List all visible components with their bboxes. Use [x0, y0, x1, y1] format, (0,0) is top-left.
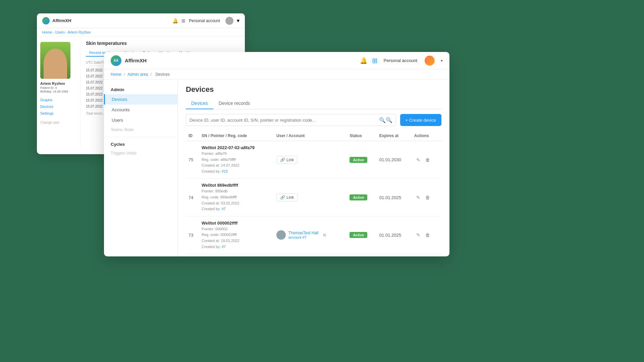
bg-nav-graphs[interactable]: Graphs — [40, 97, 77, 103]
status-badge-73: Active — [350, 232, 367, 238]
device-id-74: 74 — [186, 179, 199, 216]
device-info-75: Welltot 2022-07-02-a8fa79 Pointer: a8fa7… — [199, 141, 274, 179]
navbar-dropdown-icon[interactable]: ▾ — [441, 58, 443, 63]
bg-bell-icon[interactable]: 🔔 — [172, 18, 178, 23]
navbar-actions: 🔔 ⊞ Personal account ▾ — [360, 56, 443, 66]
bg-user-name: Artem Ryzhov — [40, 81, 77, 85]
device-status-75: Active — [347, 141, 376, 179]
sidebar-admin-title: Admin — [104, 85, 177, 94]
status-badge-75: Active — [350, 157, 367, 163]
bg-brand: AffirmXH — [52, 18, 172, 23]
bg-header-actions: 🔔 ⊞ Personal account ▾ — [172, 17, 239, 25]
sidebar-divider — [104, 137, 177, 137]
device-user-72: Artem Ryzhov account #... ✕ — [274, 254, 347, 256]
bg-grid-icon[interactable]: ⊞ — [181, 18, 185, 23]
link-button-75[interactable]: 🔗 Link — [276, 156, 298, 164]
search-box: 🔍 — [186, 114, 396, 126]
sidebar-item-accounts[interactable]: Accounts — [104, 105, 177, 115]
breadcrumb-admin-area[interactable]: Admin area — [127, 72, 148, 77]
table-container: ID SN / Pointer / Reg. code User / Accou… — [178, 131, 449, 256]
table-row: 72 Welltot cycles-test-0001 Pointer: abc… — [186, 254, 441, 256]
device-id-73: 73 — [186, 216, 199, 254]
bg-dropdown-icon[interactable]: ▾ — [237, 17, 239, 24]
main-panel: Devices Devices Device records 🔍 + Creat… — [178, 80, 449, 256]
device-user-75: 🔗 Link — [274, 141, 347, 179]
navbar-brand: AffirmXH — [125, 58, 360, 63]
logo-text: AX — [114, 59, 118, 62]
link-icon-74: 🔗 — [280, 195, 285, 200]
navbar: AX AffirmXH 🔔 ⊞ Personal account ▾ — [104, 52, 449, 69]
breadcrumb-sep2: / — [151, 72, 153, 77]
delete-button-73[interactable]: 🗑 — [423, 231, 432, 239]
device-info-74: Welltot 869edbffff Pointer: 869edb Reg. … — [199, 179, 274, 216]
user-avatar-73 — [276, 230, 286, 240]
devices-table: ID SN / Pointer / Reg. code User / Accou… — [186, 131, 441, 256]
sidebar-item-devices[interactable]: Devices — [104, 94, 177, 105]
device-id-75: 75 — [186, 141, 199, 179]
device-status-73: Active — [347, 216, 376, 254]
col-user-account: User / Account — [274, 131, 347, 141]
link-button-74[interactable]: 🔗 Link — [276, 193, 298, 201]
bell-icon[interactable]: 🔔 — [360, 57, 367, 64]
unlink-button-73[interactable]: ✕ — [321, 231, 328, 240]
edit-button-75[interactable]: ✎ — [414, 156, 422, 164]
breadcrumb-home[interactable]: Home — [111, 72, 121, 77]
navbar-logo: AX — [111, 55, 121, 66]
device-actions-75: ✎ 🗑 — [412, 141, 441, 179]
panel-header: Devices Devices Device records — [178, 80, 449, 109]
user-account-73: account #7 — [288, 235, 318, 239]
breadcrumb: Home / Admin area / Devices — [104, 69, 449, 80]
bg-patient-id: Patient ID: 4 — [40, 86, 77, 89]
device-user-73: ThomasTest Hall account #7 ✕ — [274, 216, 347, 254]
table-header-row: ID SN / Pointer / Reg. code User / Accou… — [186, 131, 441, 141]
tab-devices[interactable]: Devices — [186, 98, 213, 109]
table-body: 75 Welltot 2022-07-02-a8fa79 Pointer: a8… — [186, 141, 441, 257]
edit-button-73[interactable]: ✎ — [414, 231, 422, 239]
search-input[interactable] — [190, 118, 379, 123]
bg-change-user[interactable]: Change user — [40, 121, 77, 124]
device-id-72: 72 — [186, 254, 199, 256]
bg-window-header: AffirmXH 🔔 ⊞ Personal account ▾ — [37, 13, 245, 28]
device-info-72: Welltot cycles-test-0001 Pointer: abcdef… — [199, 254, 274, 256]
create-device-button[interactable]: + Create device — [400, 114, 441, 126]
grid-icon[interactable]: ⊞ — [372, 57, 378, 65]
col-actions: Actions — [412, 131, 441, 141]
device-status-74: Active — [347, 179, 376, 216]
content-area: Admin Devices Accounts Users Teams //tod… — [104, 80, 449, 256]
device-expires-73: 01.01.2025 — [377, 216, 412, 254]
col-id: ID — [186, 131, 199, 141]
device-status-72: Active — [347, 254, 376, 256]
sidebar-cycles-title: Cycles — [104, 140, 177, 149]
sidebar: Admin Devices Accounts Users Teams //tod… — [104, 80, 178, 256]
status-badge-74: Active — [350, 194, 367, 200]
device-expires-74: 01.01.2025 — [377, 179, 412, 216]
desktop: AffirmXH 🔔 ⊞ Personal account ▾ Home · U… — [0, 0, 644, 362]
bg-sidebar: Artem Ryzhov Patient ID: 4 Birthday: 16.… — [37, 37, 80, 148]
sidebar-item-teams: Teams //todo — [104, 125, 177, 134]
device-expires-72: 01.01.2025 — [377, 254, 412, 256]
personal-account-label: Personal account — [384, 58, 417, 63]
link-icon-75: 🔗 — [280, 158, 285, 162]
sidebar-item-users[interactable]: Users — [104, 115, 177, 125]
bg-avatar — [225, 17, 233, 25]
bg-nav-devices[interactable]: Devices — [40, 103, 77, 110]
bg-nav-settings[interactable]: Settings — [40, 110, 77, 117]
bg-birthday: Birthday: 16.09.1969 — [40, 90, 77, 93]
edit-button-74[interactable]: ✎ — [414, 193, 422, 201]
delete-button-75[interactable]: 🗑 — [423, 156, 432, 164]
bg-chart-title: Skin temperatures — [86, 41, 239, 46]
device-info-73: Welltot 000002ffff Pointer: 000002 Reg. … — [199, 216, 274, 254]
user-name-73: ThomasTest Hall — [288, 231, 318, 235]
device-actions-74: ✎ 🗑 — [412, 179, 441, 216]
navbar-avatar — [425, 56, 435, 66]
col-sn-pointer: SN / Pointer / Reg. code — [199, 131, 274, 141]
device-actions-73: ✎ 🗑 — [412, 216, 441, 254]
device-actions-72: ✎ 🗑 — [412, 254, 441, 256]
bg-logo — [42, 17, 50, 24]
breadcrumb-current: Devices — [155, 72, 170, 77]
sidebar-item-triggers: Triggers //todo — [104, 149, 177, 158]
bg-user-avatar — [40, 42, 70, 79]
delete-button-74[interactable]: 🗑 — [423, 193, 432, 201]
tab-device-records[interactable]: Device records — [213, 98, 255, 109]
tabs-bar: Devices Device records — [186, 98, 441, 109]
